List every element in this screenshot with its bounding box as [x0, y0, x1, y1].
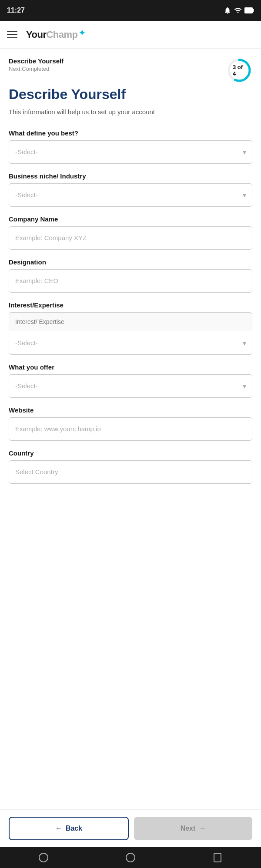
next-button[interactable]: Next → [134, 817, 252, 840]
step-info: Describe Yourself Next:Completed [9, 57, 64, 72]
label-interest-expertise: Interest/Expertise [9, 301, 252, 309]
system-bar [0, 847, 261, 868]
alarm-icon [224, 7, 231, 14]
step-title-small: Describe Yourself [9, 57, 64, 65]
next-button-label: Next [181, 825, 196, 832]
label-designation: Designation [9, 258, 252, 266]
field-what-define-best: What define you best? -Select- ▾ [9, 129, 252, 164]
select-business-niche[interactable]: -Select- [9, 183, 252, 207]
input-designation[interactable] [9, 269, 252, 293]
sys-back-button[interactable] [37, 851, 50, 865]
sys-recent-icon [214, 853, 221, 862]
input-interest-expertise-text[interactable] [9, 312, 252, 331]
field-what-you-offer: What you offer -Select- ▾ [9, 363, 252, 398]
label-country: Country [9, 449, 252, 457]
status-time: 11:27 [7, 7, 25, 14]
page-description: This information will help us to set up … [9, 107, 252, 117]
logo: YourChamp✦ [26, 29, 85, 40]
logo-star-icon: ✦ [79, 28, 85, 38]
select-what-you-offer[interactable]: -Select- [9, 374, 252, 398]
label-website: Website [9, 406, 252, 414]
bottom-nav: ← Back Next → [0, 809, 261, 847]
progress-text: 3 of 4 [233, 64, 246, 77]
back-arrow-icon: ← [55, 825, 62, 832]
select-interest-expertise[interactable]: -Select- [9, 331, 252, 355]
field-designation: Designation [9, 258, 252, 293]
label-business-niche: Business niche/ Industry [9, 172, 252, 180]
logo-champ: Champ [46, 29, 77, 40]
step-header: Describe Yourself Next:Completed 3 of 4 [9, 57, 252, 83]
progress-circle: 3 of 4 [226, 57, 252, 83]
select-wrapper-offer: -Select- ▾ [9, 374, 252, 398]
header: YourChamp✦ [0, 21, 261, 49]
input-website[interactable] [9, 417, 252, 441]
logo-your: Your [26, 29, 46, 40]
select-what-define-best[interactable]: -Select- [9, 140, 252, 164]
input-country[interactable] [9, 460, 252, 484]
sys-home-icon [126, 853, 135, 862]
page-title: Describe Yourself [9, 87, 252, 102]
sys-recent-button[interactable] [211, 851, 224, 865]
back-button[interactable]: ← Back [9, 817, 129, 840]
field-country: Country [9, 449, 252, 484]
form-section: What define you best? -Select- ▾ Busines… [9, 129, 252, 492]
svg-rect-1 [245, 8, 250, 13]
battery-icon [244, 7, 254, 13]
status-icons [224, 7, 254, 14]
input-company-name[interactable] [9, 226, 252, 250]
label-what-define-best: What define you best? [9, 129, 252, 137]
label-company-name: Company Name [9, 215, 252, 223]
field-website: Website [9, 406, 252, 441]
field-interest-expertise: Interest/Expertise -Select- ▾ [9, 301, 252, 355]
signal-icon [234, 7, 242, 14]
field-company-name: Company Name [9, 215, 252, 250]
select-wrapper-business-niche: -Select- ▾ [9, 183, 252, 207]
status-bar: 11:27 [0, 0, 261, 21]
sys-back-icon [39, 853, 48, 862]
next-arrow-icon: → [199, 825, 206, 832]
step-next-label: Next:Completed [9, 66, 64, 72]
label-what-you-offer: What you offer [9, 363, 252, 371]
select-wrapper-interest: -Select- ▾ [9, 331, 252, 355]
select-wrapper-what-define: -Select- ▾ [9, 140, 252, 164]
svg-rect-2 [253, 9, 254, 12]
field-business-niche: Business niche/ Industry -Select- ▾ [9, 172, 252, 207]
sys-home-button[interactable] [124, 851, 137, 865]
hamburger-menu-button[interactable] [7, 31, 17, 39]
main-content: Describe Yourself Next:Completed 3 of 4 … [0, 49, 261, 809]
back-button-label: Back [66, 825, 82, 832]
